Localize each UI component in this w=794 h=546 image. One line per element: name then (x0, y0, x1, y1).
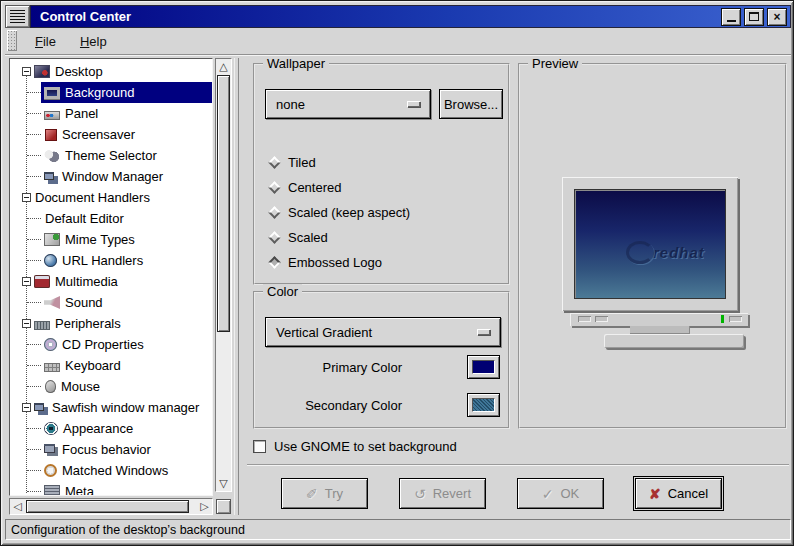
secondary-color-row: Secondary Color (305, 393, 500, 417)
scroll-up-icon[interactable]: △ (216, 59, 231, 74)
vertical-scroll-thumb[interactable] (217, 75, 230, 332)
collapse-toggle-icon[interactable] (22, 193, 31, 202)
collapse-toggle-icon[interactable] (22, 277, 31, 286)
tree-item-sound[interactable]: Sound (10, 292, 212, 313)
wallpaper-dropdown[interactable]: none (265, 89, 431, 119)
ok-button[interactable]: ✓ OK (517, 478, 604, 509)
monitor-button-icon (595, 316, 608, 322)
try-pencil-icon: ✐ (306, 487, 318, 501)
horizontal-scroll-thumb[interactable] (26, 500, 189, 513)
screensaver-icon (45, 129, 57, 141)
tree-item-peripherals[interactable]: Peripherals (10, 313, 212, 334)
primary-color-swatch[interactable] (467, 355, 500, 379)
focus-behavior-icon (44, 444, 55, 453)
desktop-icon (34, 65, 50, 78)
tree-connector (27, 176, 41, 177)
radio-tiled[interactable]: Tiled (268, 153, 316, 171)
revert-icon: ↺ (414, 487, 426, 501)
background-monitor-icon (44, 87, 60, 99)
tree-item-document-handlers[interactable]: Document Handlers (10, 187, 212, 208)
ok-icon: ✓ (542, 487, 554, 501)
tree-item-keyboard[interactable]: Keyboard (10, 355, 212, 376)
wallpaper-legend: Wallpaper (263, 56, 329, 71)
tree-item-multimedia[interactable]: Multimedia (10, 271, 212, 292)
tree-item-window-manager[interactable]: Window Manager (10, 166, 212, 187)
tree-connector (27, 218, 41, 219)
collapse-toggle-icon[interactable] (22, 319, 31, 328)
tree-connector (27, 134, 41, 135)
gradient-dropdown-value: Vertical Gradient (276, 325, 372, 340)
scrollbar-corner (216, 499, 231, 514)
revert-button[interactable]: ↺ Revert (399, 478, 486, 509)
tree-item-mouse[interactable]: Mouse (10, 376, 212, 397)
radio-centered[interactable]: Centered (268, 178, 341, 196)
collapse-toggle-icon[interactable] (22, 403, 31, 412)
minimize-button[interactable] (721, 8, 741, 26)
window-menu-icon (10, 10, 25, 23)
tree-vertical-scrollbar[interactable]: △ ▽ (215, 58, 232, 492)
gradient-dropdown[interactable]: Vertical Gradient (265, 317, 501, 347)
scroll-right-icon[interactable]: ▷ (197, 499, 212, 514)
tree-item-default-editor[interactable]: Default Editor (10, 208, 212, 229)
pane-divider[interactable] (234, 58, 239, 515)
radio-embossed-logo[interactable]: Embossed Logo (268, 253, 382, 271)
menu-help[interactable]: Help (80, 34, 107, 49)
maximize-icon (749, 12, 759, 21)
tree-item-theme-selector[interactable]: Theme Selector (10, 145, 212, 166)
tree-item-url-handlers[interactable]: URL Handlers (10, 250, 212, 271)
preview-monitor: redhat (562, 177, 738, 311)
menu-file[interactable]: File (35, 34, 56, 49)
control-center-window: Control Center × File Help Desktop Backg… (0, 0, 794, 546)
power-led-icon (721, 315, 724, 323)
tree-connector (27, 491, 41, 492)
mime-types-icon (44, 233, 60, 246)
tree-item-meta[interactable]: Meta (10, 481, 212, 496)
secondary-color-swatch[interactable] (467, 393, 500, 417)
tree-item-matched-windows[interactable]: Matched Windows (10, 460, 212, 481)
menubar-grip-handle[interactable] (7, 30, 17, 51)
radio-scaled[interactable]: Scaled (268, 228, 328, 246)
close-button[interactable]: × (767, 8, 787, 26)
preview-legend: Preview (528, 56, 582, 71)
tree-item-mime-types[interactable]: Mime Types (10, 229, 212, 250)
tree-item-focus-behavior[interactable]: Focus behavior (10, 439, 212, 460)
use-gnome-checkbox-row[interactable]: Use GNOME to set background (253, 439, 457, 454)
panel-icon (44, 111, 60, 120)
tree-connector (27, 260, 41, 261)
radio-diamond-icon (268, 206, 281, 219)
title-bar-gradient[interactable]: Control Center × (30, 5, 791, 28)
radio-diamond-icon (268, 181, 281, 194)
tree-item-cd-properties[interactable]: CD Properties (10, 334, 212, 355)
checkbox-icon[interactable] (253, 440, 266, 453)
menu-bar: File Help (5, 28, 791, 55)
collapse-toggle-icon[interactable] (22, 67, 31, 76)
sawfish-windows-icon (34, 403, 44, 411)
tree-item-appearance[interactable]: Appearance (10, 418, 212, 439)
mouse-icon (45, 380, 56, 393)
tree-connector (27, 344, 41, 345)
tree-item-background[interactable]: Background (10, 82, 212, 103)
tree-item-panel[interactable]: Panel (10, 103, 212, 124)
tree-item-desktop[interactable]: Desktop (10, 61, 212, 82)
browse-button[interactable]: Browse... (439, 89, 503, 119)
scroll-left-icon[interactable]: ◁ (10, 499, 25, 514)
tree-item-sawfish[interactable]: Sawfish window manager (10, 397, 212, 418)
cancel-button[interactable]: ✘ Cancel (635, 478, 722, 509)
window-manager-icon (44, 172, 54, 180)
color-frame: Color Vertical Gradient Primary Color Se… (253, 291, 510, 429)
radio-diamond-icon (268, 156, 281, 169)
tree-item-screensaver[interactable]: Screensaver (10, 124, 212, 145)
radio-scaled-keep-aspect[interactable]: Scaled (keep aspect) (268, 203, 410, 221)
tree-connector (27, 365, 41, 366)
tree-connector (27, 428, 41, 429)
maximize-button[interactable] (744, 8, 764, 26)
window-menu-button[interactable] (5, 5, 30, 28)
try-button[interactable]: ✐ Try (281, 478, 368, 509)
close-icon: × (773, 11, 780, 23)
status-bar: Configuration of the desktop’s backgroun… (5, 519, 791, 540)
option-menu-indicator-icon (407, 101, 420, 107)
scroll-down-icon[interactable]: ▽ (216, 476, 231, 491)
tree-horizontal-scrollbar[interactable]: ◁ ▷ (9, 498, 213, 515)
window-controls: × (721, 8, 790, 26)
title-bar[interactable]: Control Center × (5, 5, 791, 28)
